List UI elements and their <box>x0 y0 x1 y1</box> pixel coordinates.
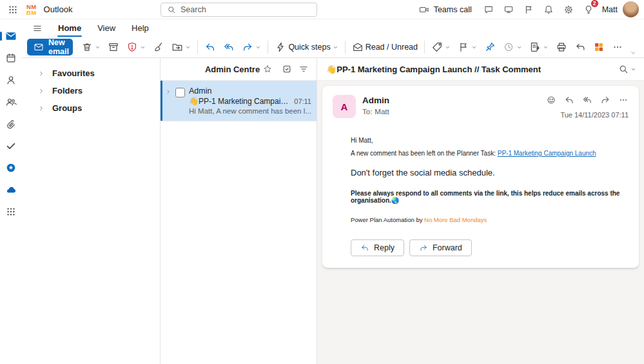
snooze-button[interactable] <box>500 39 525 56</box>
message-more-button[interactable] <box>618 95 629 105</box>
email-sender: Admin <box>189 86 311 96</box>
search-in-message-button[interactable] <box>616 61 639 77</box>
reply-all-button[interactable] <box>220 39 238 56</box>
forward-button[interactable] <box>239 39 264 56</box>
star-icon <box>263 65 272 74</box>
chevron-right-icon[interactable] <box>37 105 45 112</box>
tree-item-folders[interactable]: Folders <box>22 82 160 99</box>
people-group-icon <box>5 96 17 108</box>
tips-button[interactable]: 2 <box>580 1 598 19</box>
email-checkbox[interactable] <box>175 88 185 97</box>
settings-button[interactable] <box>560 1 578 19</box>
body-intro-line: A new comment has been left on the Plann… <box>351 150 629 157</box>
forward-icon <box>600 95 610 105</box>
filter-icon <box>298 64 309 74</box>
nav-mail-button[interactable] <box>2 28 20 45</box>
planner-task-link[interactable]: PP-1 Marketing Campaign Launch <box>498 150 596 157</box>
quick-steps-button[interactable]: Quick steps <box>271 39 341 56</box>
categorize-button[interactable] <box>428 39 454 56</box>
reply-button[interactable] <box>201 39 219 56</box>
reaction-button[interactable] <box>546 95 556 105</box>
teams-call-button[interactable]: Teams call <box>413 2 478 17</box>
nav-todo-button[interactable] <box>2 137 20 154</box>
nav-more-apps-button[interactable] <box>2 203 20 220</box>
tab-help[interactable]: Help <box>124 21 156 35</box>
nav-groups-button[interactable] <box>2 94 20 110</box>
list-view-controls <box>278 61 311 77</box>
tree-item-groups[interactable]: Groups <box>22 99 160 117</box>
nav-people-button[interactable] <box>2 72 20 88</box>
search-box[interactable] <box>161 3 317 17</box>
email-list-item[interactable]: Admin 👋PP-1 Marketing Campaign ... 07:11… <box>161 81 317 121</box>
expand-conversation-chevron[interactable] <box>165 86 171 115</box>
to-label: To: <box>362 108 372 116</box>
more-commands-button[interactable] <box>609 39 627 56</box>
tab-home[interactable]: Home <box>51 21 88 35</box>
read-unread-button[interactable]: Read / Unread <box>349 39 421 56</box>
new-email-button[interactable]: New email <box>27 39 73 56</box>
chevron-right-icon[interactable] <box>37 70 45 77</box>
calendar-icon <box>5 52 17 64</box>
quick-reply-button[interactable]: Reply <box>351 239 404 256</box>
filter-button[interactable] <box>296 61 311 77</box>
waffle-icon <box>8 5 18 15</box>
person-icon <box>5 74 17 86</box>
feedback-button[interactable] <box>520 1 538 19</box>
search-input[interactable] <box>181 5 311 14</box>
message-reply-all-button[interactable] <box>582 95 592 105</box>
message-forward-button[interactable] <box>600 95 610 105</box>
reply-icon <box>360 243 369 252</box>
folder-title-group: Admin Centre <box>199 65 278 74</box>
message-card: A Admin To:Matt <box>322 86 639 268</box>
new-email-main[interactable]: New email <box>27 39 73 56</box>
report-button[interactable] <box>123 39 149 56</box>
archive-button[interactable] <box>104 39 122 56</box>
ribbon-tabs-row: Home View Help <box>22 19 644 37</box>
chevron-right-icon[interactable] <box>37 87 45 95</box>
notifications-button[interactable] <box>540 1 558 19</box>
org-logo[interactable]: NM BM <box>26 4 37 15</box>
nav-onedrive-button[interactable] <box>2 181 20 198</box>
print-button[interactable] <box>552 39 571 56</box>
favorite-star-button[interactable] <box>263 65 272 74</box>
reading-pane-body: A Admin To:Matt <box>317 81 644 364</box>
tree-item-favourites[interactable]: Favourites <box>22 65 160 82</box>
add-ins-button[interactable] <box>590 39 608 56</box>
topbar-left-section: NM BM Outlook <box>4 1 72 19</box>
nav-viva-engage-button[interactable] <box>2 159 20 176</box>
chat-button[interactable] <box>480 1 498 19</box>
email-preview: Hi Matt, A new comment has been l... <box>189 107 311 115</box>
tab-view[interactable]: View <box>90 21 122 35</box>
folder-pane-toggle-button[interactable] <box>28 21 46 36</box>
app-launcher-button[interactable] <box>4 1 22 19</box>
message-reply-button[interactable] <box>564 95 574 105</box>
move-to-button[interactable] <box>168 39 194 56</box>
search-icon <box>167 5 176 14</box>
flag-button[interactable] <box>454 39 480 56</box>
flag-icon <box>458 41 469 53</box>
select-messages-button[interactable] <box>279 61 295 77</box>
lightning-icon <box>275 41 286 53</box>
new-email-label: New email <box>48 39 69 56</box>
clock-icon <box>503 41 514 53</box>
automation-brand-link[interactable]: No More Bad Mondays <box>424 216 487 223</box>
chevron-right-icon <box>165 88 171 95</box>
read-unread-label: Read / Unread <box>366 43 418 52</box>
rules-icon <box>529 41 541 53</box>
share-screen-button[interactable] <box>500 1 518 19</box>
recipient-name[interactable]: Matt <box>375 108 389 116</box>
user-avatar[interactable] <box>623 1 639 17</box>
delete-button[interactable] <box>78 39 104 56</box>
toolbar-divider <box>268 41 268 54</box>
rules-button[interactable] <box>526 39 552 56</box>
sender-avatar[interactable]: A <box>333 95 356 118</box>
sweep-button[interactable] <box>150 39 168 56</box>
undo-button[interactable] <box>571 39 589 56</box>
pennant-icon <box>523 5 534 15</box>
ribbon-overflow-button[interactable] <box>627 48 639 57</box>
pin-button[interactable] <box>481 39 499 56</box>
quick-forward-button[interactable]: Forward <box>409 239 472 256</box>
nav-calendar-button[interactable] <box>2 50 20 66</box>
reply-all-icon <box>582 95 592 105</box>
nav-files-button[interactable] <box>2 116 20 132</box>
